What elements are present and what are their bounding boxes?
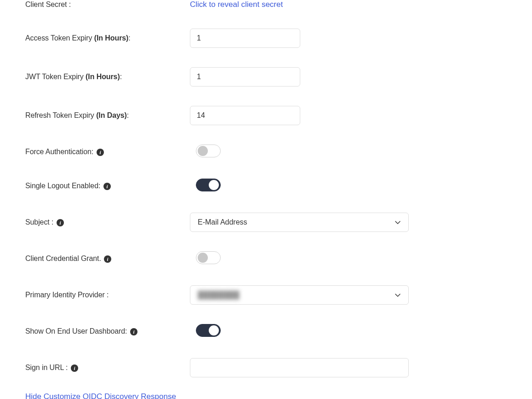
primary-idp-row: Primary Identity Provider : ████████ xyxy=(25,285,507,305)
hide-customize-oidc-link[interactable]: Hide Customize OIDC Discovery Response xyxy=(25,392,176,399)
primary-idp-label: Primary Identity Provider : xyxy=(25,291,190,299)
access-token-expiry-row: Access Token Expiry (In Hours): xyxy=(25,29,507,48)
info-icon[interactable]: i xyxy=(97,149,104,156)
access-token-expiry-label: Access Token Expiry xyxy=(25,34,94,42)
info-icon[interactable]: i xyxy=(71,364,78,372)
single-logout-toggle[interactable] xyxy=(196,179,221,191)
client-credential-label: Client Credential Grant. xyxy=(25,254,103,262)
jwt-token-expiry-unit: (In Hours) xyxy=(86,73,120,81)
single-logout-row: Single Logout Enabled: i xyxy=(25,179,507,193)
primary-idp-value: ████████ xyxy=(198,291,240,299)
info-icon[interactable]: i xyxy=(104,255,111,263)
jwt-token-expiry-input[interactable] xyxy=(190,67,300,87)
jwt-token-expiry-row: JWT Token Expiry (In Hours): xyxy=(25,67,507,87)
access-token-expiry-unit: (In Hours) xyxy=(94,34,129,42)
refresh-token-expiry-label: Refresh Token Expiry xyxy=(25,111,96,119)
show-dashboard-toggle[interactable] xyxy=(196,324,221,337)
subject-row: Subject : i E-Mail Address xyxy=(25,213,507,232)
force-authentication-toggle[interactable] xyxy=(196,145,221,157)
primary-idp-select[interactable]: ████████ xyxy=(190,285,409,305)
subject-value: E-Mail Address xyxy=(198,218,247,226)
single-logout-label: Single Logout Enabled: xyxy=(25,182,103,190)
access-token-expiry-input[interactable] xyxy=(190,29,300,48)
signin-url-input[interactable] xyxy=(190,358,409,377)
refresh-token-expiry-input[interactable] xyxy=(190,106,300,125)
client-secret-label: Client Secret : xyxy=(25,0,190,9)
show-dashboard-label: Show On End User Dashboard: xyxy=(25,327,129,335)
subject-label: Subject : xyxy=(25,218,56,226)
signin-url-label: Sign in URL : xyxy=(25,364,70,371)
client-credential-row: Client Credential Grant. i xyxy=(25,251,507,266)
force-authentication-row: Force Authentication: i xyxy=(25,145,507,159)
refresh-token-expiry-unit: (In Days) xyxy=(96,111,127,119)
signin-url-row: Sign in URL : i xyxy=(25,358,507,377)
info-icon[interactable]: i xyxy=(57,219,64,226)
client-secret-reveal-link[interactable]: Click to reveal client secret xyxy=(190,0,283,9)
jwt-token-expiry-label: JWT Token Expiry xyxy=(25,73,86,81)
client-credential-toggle[interactable] xyxy=(196,251,221,264)
show-dashboard-row: Show On End User Dashboard: i xyxy=(25,324,507,339)
refresh-token-expiry-row: Refresh Token Expiry (In Days): xyxy=(25,106,507,125)
info-icon[interactable]: i xyxy=(130,328,137,335)
force-authentication-label: Force Authentication: xyxy=(25,148,96,156)
subject-select[interactable]: E-Mail Address xyxy=(190,213,409,232)
client-secret-row: Client Secret : Click to reveal client s… xyxy=(25,0,507,9)
info-icon[interactable]: i xyxy=(103,183,111,190)
